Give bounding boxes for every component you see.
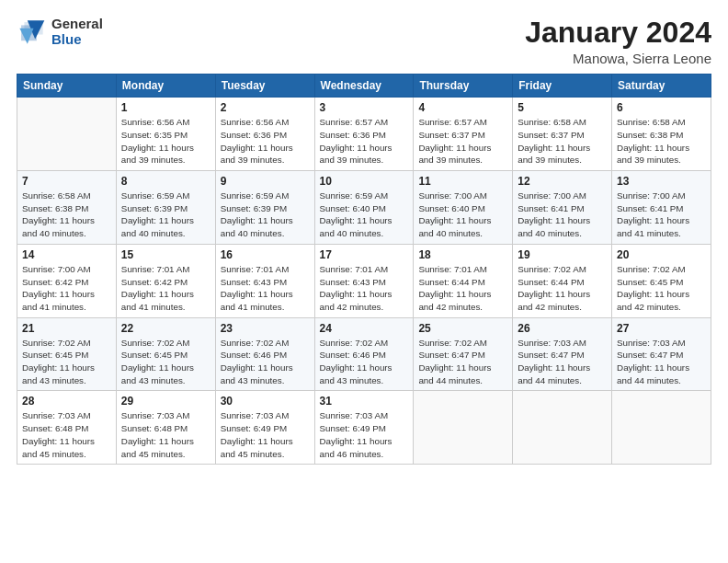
day-number: 11 xyxy=(418,175,507,188)
table-row: 21Sunrise: 7:02 AMSunset: 6:45 PMDayligh… xyxy=(17,317,117,391)
day-info: Sunrise: 7:00 AMSunset: 6:40 PMDaylight:… xyxy=(418,190,507,240)
day-info: Sunrise: 7:03 AMSunset: 6:49 PMDaylight:… xyxy=(320,409,409,460)
day-number: 12 xyxy=(518,175,607,188)
table-row: 11Sunrise: 7:00 AMSunset: 6:40 PMDayligh… xyxy=(414,171,513,245)
day-info: Sunrise: 6:58 AMSunset: 6:37 PMDaylight:… xyxy=(518,116,607,167)
day-number: 15 xyxy=(121,248,210,261)
location-title: Manowa, Sierra Leone xyxy=(525,51,711,66)
calendar-week-row: 14Sunrise: 7:00 AMSunset: 6:42 PMDayligh… xyxy=(17,244,711,317)
col-monday: Monday xyxy=(116,75,215,98)
table-row: 27Sunrise: 7:03 AMSunset: 6:47 PMDayligh… xyxy=(612,317,711,391)
logo-text: General Blue xyxy=(51,17,103,47)
table-row: 17Sunrise: 7:01 AMSunset: 6:43 PMDayligh… xyxy=(314,244,414,317)
day-number: 8 xyxy=(121,175,210,188)
day-number: 14 xyxy=(22,248,111,261)
day-number: 29 xyxy=(121,395,210,408)
day-number: 5 xyxy=(518,101,607,114)
table-row: 10Sunrise: 6:59 AMSunset: 6:40 PMDayligh… xyxy=(314,171,414,245)
calendar-week-row: 1Sunrise: 6:56 AMSunset: 6:35 PMDaylight… xyxy=(17,98,711,171)
col-wednesday: Wednesday xyxy=(314,75,414,98)
day-number: 6 xyxy=(617,101,706,114)
table-row xyxy=(612,391,711,465)
day-info: Sunrise: 7:02 AMSunset: 6:47 PMDaylight:… xyxy=(418,337,507,387)
table-row: 12Sunrise: 7:00 AMSunset: 6:41 PMDayligh… xyxy=(513,171,612,245)
table-row: 8Sunrise: 6:59 AMSunset: 6:39 PMDaylight… xyxy=(116,171,215,245)
header: General Blue January 2024 Manowa, Sierra… xyxy=(17,17,711,66)
table-row: 13Sunrise: 7:00 AMSunset: 6:41 PMDayligh… xyxy=(612,171,711,245)
day-info: Sunrise: 6:57 AMSunset: 6:37 PMDaylight:… xyxy=(418,116,507,167)
day-number: 28 xyxy=(22,395,111,408)
day-info: Sunrise: 7:02 AMSunset: 6:44 PMDaylight:… xyxy=(518,263,607,314)
table-row: 25Sunrise: 7:02 AMSunset: 6:47 PMDayligh… xyxy=(414,317,513,391)
title-block: January 2024 Manowa, Sierra Leone xyxy=(525,17,711,66)
col-saturday: Saturday xyxy=(612,75,711,98)
calendar-week-row: 28Sunrise: 7:03 AMSunset: 6:48 PMDayligh… xyxy=(17,391,711,465)
calendar-week-row: 7Sunrise: 6:58 AMSunset: 6:38 PMDaylight… xyxy=(17,171,711,245)
col-tuesday: Tuesday xyxy=(215,75,314,98)
table-row xyxy=(513,391,612,465)
day-number: 31 xyxy=(320,395,409,408)
day-info: Sunrise: 7:02 AMSunset: 6:46 PMDaylight:… xyxy=(221,337,310,387)
day-info: Sunrise: 7:03 AMSunset: 6:47 PMDaylight:… xyxy=(518,337,607,387)
day-info: Sunrise: 7:02 AMSunset: 6:45 PMDaylight:… xyxy=(22,337,111,387)
table-row: 31Sunrise: 7:03 AMSunset: 6:49 PMDayligh… xyxy=(314,391,414,465)
day-number: 18 xyxy=(418,248,507,261)
day-number: 20 xyxy=(617,248,706,261)
table-row: 3Sunrise: 6:57 AMSunset: 6:36 PMDaylight… xyxy=(314,98,414,171)
col-sunday: Sunday xyxy=(17,75,117,98)
day-number: 7 xyxy=(22,175,111,188)
day-info: Sunrise: 6:59 AMSunset: 6:40 PMDaylight:… xyxy=(320,190,409,240)
table-row: 28Sunrise: 7:03 AMSunset: 6:48 PMDayligh… xyxy=(17,391,117,465)
day-number: 4 xyxy=(418,101,507,114)
logo: General Blue xyxy=(17,17,103,47)
table-row xyxy=(17,98,117,171)
day-info: Sunrise: 7:01 AMSunset: 6:44 PMDaylight:… xyxy=(418,263,507,314)
calendar-table: Sunday Monday Tuesday Wednesday Thursday… xyxy=(17,74,711,465)
day-number: 21 xyxy=(22,322,111,335)
day-number: 25 xyxy=(418,322,507,335)
day-number: 26 xyxy=(518,322,607,335)
day-number: 22 xyxy=(121,322,210,335)
table-row: 14Sunrise: 7:00 AMSunset: 6:42 PMDayligh… xyxy=(17,244,117,317)
table-row: 20Sunrise: 7:02 AMSunset: 6:45 PMDayligh… xyxy=(612,244,711,317)
day-info: Sunrise: 6:56 AMSunset: 6:36 PMDaylight:… xyxy=(221,116,310,167)
day-number: 13 xyxy=(617,175,706,188)
day-number: 19 xyxy=(518,248,607,261)
calendar-header-row: Sunday Monday Tuesday Wednesday Thursday… xyxy=(17,75,711,98)
day-number: 27 xyxy=(617,322,706,335)
day-info: Sunrise: 7:02 AMSunset: 6:46 PMDaylight:… xyxy=(320,337,409,387)
logo-general-text: General xyxy=(51,17,103,32)
table-row: 7Sunrise: 6:58 AMSunset: 6:38 PMDaylight… xyxy=(17,171,117,245)
day-info: Sunrise: 6:58 AMSunset: 6:38 PMDaylight:… xyxy=(22,190,111,240)
day-info: Sunrise: 7:02 AMSunset: 6:45 PMDaylight:… xyxy=(617,263,706,314)
col-friday: Friday xyxy=(513,75,612,98)
logo-blue-text: Blue xyxy=(51,32,103,48)
day-info: Sunrise: 6:59 AMSunset: 6:39 PMDaylight:… xyxy=(121,190,210,240)
day-number: 9 xyxy=(221,175,310,188)
table-row: 26Sunrise: 7:03 AMSunset: 6:47 PMDayligh… xyxy=(513,317,612,391)
day-number: 30 xyxy=(221,395,310,408)
day-info: Sunrise: 7:03 AMSunset: 6:48 PMDaylight:… xyxy=(22,409,111,460)
day-number: 24 xyxy=(320,322,409,335)
table-row: 19Sunrise: 7:02 AMSunset: 6:44 PMDayligh… xyxy=(513,244,612,317)
day-info: Sunrise: 7:01 AMSunset: 6:43 PMDaylight:… xyxy=(320,263,409,314)
day-info: Sunrise: 6:58 AMSunset: 6:38 PMDaylight:… xyxy=(617,116,706,167)
day-number: 17 xyxy=(320,248,409,261)
day-info: Sunrise: 7:03 AMSunset: 6:47 PMDaylight:… xyxy=(617,337,706,387)
day-info: Sunrise: 7:03 AMSunset: 6:48 PMDaylight:… xyxy=(121,409,210,460)
day-info: Sunrise: 7:03 AMSunset: 6:49 PMDaylight:… xyxy=(221,409,310,460)
calendar-week-row: 21Sunrise: 7:02 AMSunset: 6:45 PMDayligh… xyxy=(17,317,711,391)
table-row: 1Sunrise: 6:56 AMSunset: 6:35 PMDaylight… xyxy=(116,98,215,171)
day-info: Sunrise: 7:00 AMSunset: 6:41 PMDaylight:… xyxy=(518,190,607,240)
table-row: 24Sunrise: 7:02 AMSunset: 6:46 PMDayligh… xyxy=(314,317,414,391)
table-row: 2Sunrise: 6:56 AMSunset: 6:36 PMDaylight… xyxy=(215,98,314,171)
day-number: 1 xyxy=(121,101,210,114)
table-row: 9Sunrise: 6:59 AMSunset: 6:39 PMDaylight… xyxy=(215,171,314,245)
table-row: 4Sunrise: 6:57 AMSunset: 6:37 PMDaylight… xyxy=(414,98,513,171)
table-row: 23Sunrise: 7:02 AMSunset: 6:46 PMDayligh… xyxy=(215,317,314,391)
day-number: 3 xyxy=(320,101,409,114)
day-info: Sunrise: 7:01 AMSunset: 6:43 PMDaylight:… xyxy=(221,263,310,314)
logo-icon xyxy=(17,17,46,47)
day-info: Sunrise: 7:00 AMSunset: 6:42 PMDaylight:… xyxy=(22,263,111,314)
table-row: 18Sunrise: 7:01 AMSunset: 6:44 PMDayligh… xyxy=(414,244,513,317)
